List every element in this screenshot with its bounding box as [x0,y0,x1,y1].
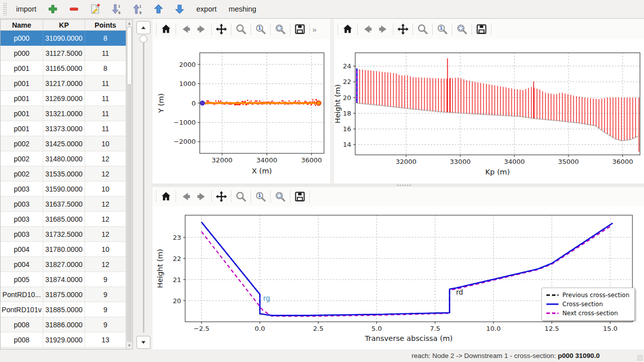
remove-button[interactable] [65,1,83,17]
cross-section-canvas[interactable]: rgrd−2.50.02.55.07.510.012.515.020212223… [152,206,644,349]
table-scrollbar[interactable]: ▲ ▼ [126,20,132,349]
toolbar-separator [290,23,290,35]
table-row[interactable]: p00131321.000011 [1,106,132,121]
table-row[interactable]: p00831929.000013 [1,332,132,347]
zoom-button[interactable] [415,21,431,37]
home-button[interactable] [340,21,356,37]
table-row[interactable]: p00231480.000012 [1,151,132,166]
table-row[interactable]: p00431827.000012 [1,257,132,272]
zoom-section-button[interactable]: 1 [253,189,269,205]
legend-entry: Cross-section [546,300,629,309]
longitudinal-toolbar: 1 [334,19,644,39]
table-row[interactable]: p00331637.500012 [1,197,132,212]
sort-descending-button[interactable]: 19 [107,1,125,17]
pan-button[interactable] [213,189,229,205]
zoom-button[interactable] [233,189,249,205]
table-cell: 31780.0000 [43,242,85,256]
svg-text:1: 1 [258,193,261,198]
move-up-button[interactable] [149,1,168,17]
table-cell: 31321.0000 [43,106,85,121]
export-button[interactable]: export [190,2,222,16]
table-row[interactable]: p00131373.000011 [1,121,132,136]
toolbar-separator [338,23,338,35]
longitudinal-view-canvas[interactable]: 3200033000340003500036000141618202224Kp … [334,39,644,184]
table-cell: 10 [85,242,126,256]
table-cell: 31827.0000 [43,257,85,272]
zoom-button[interactable] [233,21,249,37]
toolbar-separator [231,23,231,35]
meshing-button[interactable]: meshing [223,2,263,16]
table-row[interactable]: p00331590.000010 [1,182,132,197]
next-cross-section-button[interactable] [136,336,150,349]
table-row[interactable]: PontRD101v31885.00009 [1,302,132,317]
back-button[interactable] [359,21,375,37]
cross-section-slider-handle[interactable] [139,35,147,43]
forward-button[interactable] [194,189,210,205]
toolbar-drag-handle[interactable] [3,3,7,16]
cross-section-chart: rgrd−2.50.02.55.07.510.012.515.020212223… [152,206,644,349]
cross-section-slider-groove[interactable] [143,40,144,333]
pan-button[interactable] [395,21,411,37]
import-button[interactable]: import [10,2,42,16]
home-button[interactable] [158,21,174,37]
sort-ascending-button[interactable]: 19 [128,1,146,17]
zoom-fit-button[interactable] [272,21,288,37]
table-cell: 12 [85,227,126,241]
save-button[interactable] [292,21,308,37]
splitter-handle [396,185,412,186]
home-button[interactable] [158,189,174,205]
legend: Previous cross-sectionCross-sectionNext … [541,288,635,321]
resize-grip[interactable] [637,355,643,361]
back-button[interactable] [178,189,194,205]
table-cell: p000 [1,31,43,45]
table-cell: p002 [1,151,43,166]
table-row[interactable]: p00431780.000010 [1,242,132,257]
move-down-button[interactable] [171,1,189,17]
column-header-name[interactable]: Name [1,20,43,30]
table-row[interactable]: p00231425.000010 [1,136,132,151]
table-cell: 31535.0000 [43,166,85,181]
scrollbar-thumb[interactable] [127,27,132,85]
table-row[interactable]: p00531874.00009 [1,272,132,287]
column-header-points[interactable]: Points [85,20,126,30]
save-button[interactable] [292,189,308,205]
table-row[interactable]: PontRD10...31875.00009 [1,287,132,302]
table-row[interactable]: p00331685.000012 [1,212,132,227]
table-row[interactable]: p00131165.00008 [1,61,132,76]
zoom-section-button[interactable]: 1 [434,21,450,37]
forward-button[interactable] [194,21,210,37]
toolbar-separator [251,23,251,35]
svg-text:23: 23 [173,234,181,241]
scrollbar-up-icon[interactable]: ▲ [126,20,132,26]
toolbar-overflow[interactable]: » [312,25,316,34]
save-button[interactable] [473,21,490,37]
column-header-kp[interactable]: KP [43,20,85,30]
zoom-icon [235,191,247,203]
zoom-fit-button[interactable] [272,189,288,205]
table-row[interactable]: p00031090.00008 [1,31,132,46]
horizontal-splitter[interactable] [151,184,644,187]
back-button[interactable] [178,21,194,37]
scrollbar-down-icon[interactable]: ▼ [126,342,132,348]
plan-view-canvas[interactable]: 320003400036000−2000−1000010002000X (m)Y… [152,39,330,184]
svg-text:1: 1 [258,26,261,31]
previous-cross-section-button[interactable] [136,21,150,34]
svg-text:20: 20 [173,297,181,305]
edit-button[interactable] [86,1,104,17]
scrollbar-track [127,85,132,342]
pan-button[interactable] [213,21,229,37]
toolbar-separator [176,191,176,203]
zoom-fit-button[interactable] [454,21,470,37]
table-row[interactable]: p00131269.000011 [1,91,132,106]
sort-ascending-icon: 19 [131,3,143,15]
table-cell: 11 [85,121,126,136]
add-button[interactable] [44,1,62,17]
table-row[interactable]: p00231535.000012 [1,166,132,182]
table-row[interactable]: p00131217.000011 [1,76,132,91]
table-row[interactable]: p00831886.00009 [1,317,132,332]
table-row[interactable]: p00331732.500012 [1,227,132,242]
zoom-section-button[interactable]: 1 [253,21,269,37]
table-cell: PontRD101v [1,302,43,317]
table-row[interactable]: p00031127.500011 [1,46,132,61]
forward-button[interactable] [375,21,391,37]
